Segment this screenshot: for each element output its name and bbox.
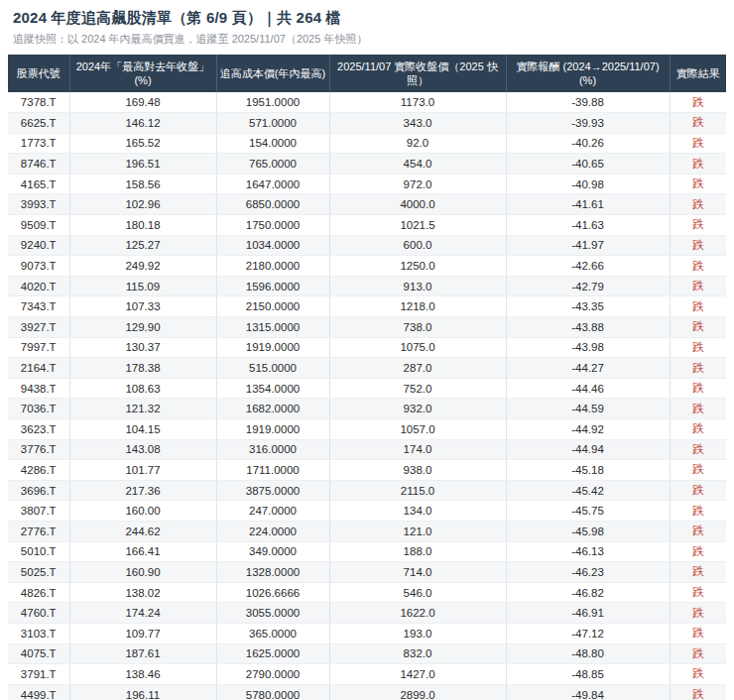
cell-actual-result: 跌	[670, 582, 726, 603]
table-row: 7378.T169.481951.00001173.0-39.88跌	[8, 92, 726, 113]
table-row: 7343.T107.332150.00001218.0-43.35跌	[8, 296, 726, 317]
cell-actual-close: 738.0	[329, 317, 506, 338]
cell-ticker: 1773.T	[8, 133, 69, 154]
cell-actual-close: 1057.0	[329, 419, 506, 440]
cell-actual-return-pct: -40.26	[506, 133, 670, 154]
cell-actual-return-pct: -40.65	[506, 154, 670, 175]
cell-chase-cost: 2180.0000	[216, 256, 329, 277]
cell-actual-result: 跌	[670, 378, 726, 399]
cell-actual-result: 跌	[670, 664, 726, 685]
table-row: 4020.T115.091596.0000913.0-42.79跌	[8, 276, 726, 296]
cell-chase-cost: 1647.0000	[216, 174, 329, 194]
cell-ticker: 4286.T	[8, 460, 69, 481]
cell-actual-close: 600.0	[329, 235, 506, 256]
cell-ticker: 3993.T	[8, 194, 69, 215]
cell-actual-return-pct: -39.88	[506, 92, 670, 113]
cell-actual-close: 832.0	[329, 643, 506, 664]
cell-max-vs-prev-close-pct: 102.96	[69, 194, 216, 215]
cell-actual-return-pct: -41.97	[506, 235, 670, 256]
table-row: 3776.T143.08316.0000174.0-44.94跌	[8, 439, 726, 460]
table-row: 4165.T158.561647.0000972.0-40.98跌	[8, 174, 726, 194]
cell-actual-close: 546.0	[329, 582, 506, 603]
cell-chase-cost: 571.0000	[216, 113, 329, 134]
cell-chase-cost: 1919.0000	[216, 419, 329, 440]
cell-actual-result: 跌	[670, 317, 726, 338]
cell-max-vs-prev-close-pct: 166.41	[69, 541, 216, 562]
cell-ticker: 4826.T	[8, 582, 69, 603]
cell-ticker: 7036.T	[8, 399, 69, 419]
cell-chase-cost: 6850.0000	[216, 194, 329, 215]
cell-chase-cost: 765.0000	[216, 154, 329, 175]
cell-chase-cost: 1315.0000	[216, 317, 329, 338]
cell-chase-cost: 2790.0000	[216, 664, 329, 685]
table-row: 3993.T102.966850.00004000.0-41.61跌	[8, 194, 726, 215]
cell-ticker: 5010.T	[8, 541, 69, 562]
table-header: 股票代號 2024年「最高對去年收盤」(%) 追高成本價(年內最高) 2025/…	[8, 55, 726, 92]
cell-ticker: 3791.T	[8, 664, 69, 685]
table-row: 2164.T178.38515.0000287.0-44.27跌	[8, 358, 726, 379]
cell-actual-close: 4000.0	[329, 194, 506, 215]
cell-ticker: 4760.T	[8, 603, 69, 624]
cell-ticker: 6625.T	[8, 113, 69, 134]
table-row: 3791.T138.462790.00001427.0-48.85跌	[8, 664, 726, 685]
cell-actual-result: 跌	[670, 337, 726, 358]
cell-actual-return-pct: -44.92	[506, 419, 670, 440]
cell-actual-return-pct: -45.42	[506, 480, 670, 501]
table-row: 3623.T104.151919.00001057.0-44.92跌	[8, 419, 726, 440]
cell-ticker: 3927.T	[8, 317, 69, 338]
cell-max-vs-prev-close-pct: 138.46	[69, 664, 216, 685]
cell-actual-return-pct: -46.91	[506, 603, 670, 624]
cell-actual-close: 752.0	[329, 378, 506, 399]
cell-actual-return-pct: -44.94	[506, 439, 670, 460]
cell-actual-close: 938.0	[329, 460, 506, 481]
cell-ticker: 2164.T	[8, 358, 69, 379]
stock-table: 股票代號 2024年「最高對去年收盤」(%) 追高成本價(年內最高) 2025/…	[8, 55, 726, 700]
cell-max-vs-prev-close-pct: 180.18	[69, 215, 216, 236]
cell-ticker: 4165.T	[8, 174, 69, 194]
cell-actual-close: 92.0	[329, 133, 506, 154]
cell-actual-return-pct: -48.80	[506, 643, 670, 664]
column-header-max-vs-prev-close-pct: 2024年「最高對去年收盤」(%)	[69, 55, 216, 92]
table-row: 8746.T196.51765.0000454.0-40.65跌	[8, 154, 726, 175]
cell-chase-cost: 1682.0000	[216, 399, 329, 419]
cell-actual-return-pct: -46.13	[506, 541, 670, 562]
cell-actual-result: 跌	[670, 684, 726, 700]
cell-max-vs-prev-close-pct: 174.24	[69, 603, 216, 624]
cell-actual-result: 跌	[670, 296, 726, 317]
cell-actual-return-pct: -44.46	[506, 378, 670, 399]
table-row: 7997.T130.371919.00001075.0-43.98跌	[8, 337, 726, 358]
cell-ticker: 7378.T	[8, 92, 69, 113]
cell-max-vs-prev-close-pct: 165.52	[69, 133, 216, 154]
cell-actual-close: 188.0	[329, 541, 506, 562]
cell-actual-result: 跌	[670, 113, 726, 134]
cell-actual-result: 跌	[670, 521, 726, 541]
cell-actual-return-pct: -43.98	[506, 337, 670, 358]
table-row: 3103.T109.77365.0000193.0-47.12跌	[8, 623, 726, 643]
cell-actual-return-pct: -47.12	[506, 623, 670, 643]
cell-chase-cost: 349.0000	[216, 541, 329, 562]
cell-actual-result: 跌	[670, 541, 726, 562]
cell-actual-close: 134.0	[329, 501, 506, 522]
cell-actual-result: 跌	[670, 399, 726, 419]
cell-max-vs-prev-close-pct: 109.77	[69, 623, 216, 643]
cell-max-vs-prev-close-pct: 160.90	[69, 562, 216, 583]
cell-actual-result: 跌	[670, 92, 726, 113]
cell-actual-return-pct: -45.98	[506, 521, 670, 541]
cell-actual-result: 跌	[670, 501, 726, 522]
table-row: 9240.T125.271034.0000600.0-41.97跌	[8, 235, 726, 256]
cell-max-vs-prev-close-pct: 101.77	[69, 460, 216, 481]
table-row: 4826.T138.021026.6666546.0-46.82跌	[8, 582, 726, 603]
cell-actual-close: 932.0	[329, 399, 506, 419]
cell-chase-cost: 1354.0000	[216, 378, 329, 399]
cell-actual-close: 1218.0	[329, 296, 506, 317]
cell-actual-result: 跌	[670, 562, 726, 583]
cell-ticker: 7343.T	[8, 296, 69, 317]
cell-ticker: 9073.T	[8, 256, 69, 277]
cell-actual-close: 121.0	[329, 521, 506, 541]
cell-max-vs-prev-close-pct: 217.36	[69, 480, 216, 501]
cell-max-vs-prev-close-pct: 244.62	[69, 521, 216, 541]
table-row: 5010.T166.41349.0000188.0-46.13跌	[8, 541, 726, 562]
cell-actual-close: 2115.0	[329, 480, 506, 501]
cell-chase-cost: 365.0000	[216, 623, 329, 643]
cell-chase-cost: 1919.0000	[216, 337, 329, 358]
